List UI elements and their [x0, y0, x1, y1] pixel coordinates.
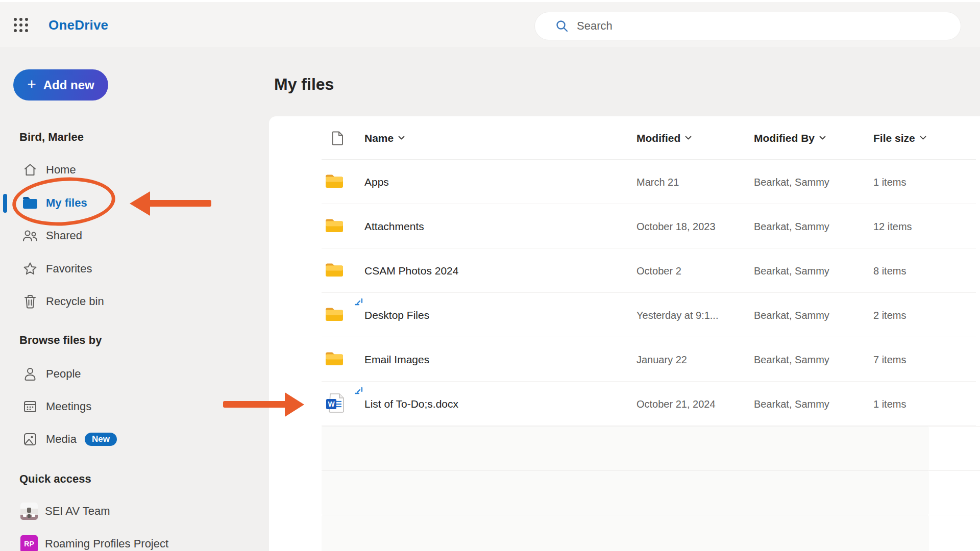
file-name: CSAM Photos 2024: [364, 265, 458, 277]
app-title: OneDrive: [48, 17, 108, 33]
file-name: List of To-Do;s.docx: [364, 398, 458, 410]
search-icon: [555, 19, 569, 33]
folder-icon: [324, 350, 345, 369]
plus-icon: +: [27, 77, 36, 92]
sidebar-item-my-files[interactable]: My files: [0, 191, 219, 215]
folder-icon: [324, 306, 345, 324]
modified-by: Bearkat, Sammy: [754, 176, 829, 188]
modified-by: Bearkat, Sammy: [754, 220, 829, 232]
sidebar-item-media[interactable]: Media New: [0, 427, 219, 452]
file-size: 12 items: [873, 220, 912, 232]
empty-row-placeholder: [269, 470, 980, 515]
column-header-modified[interactable]: Modified: [636, 132, 692, 144]
sidebar-item-label: Favorites: [46, 262, 92, 276]
sidebar-item-roaming-profiles-project[interactable]: RP Roaming Profiles Project: [0, 532, 219, 551]
modified-date: October 21, 2024: [636, 398, 716, 410]
waffle-icon: [12, 16, 30, 34]
page-title: My files: [274, 75, 334, 94]
folder-icon: [324, 173, 345, 191]
sidebar-item-label: Home: [46, 163, 76, 177]
files-panel: Name Modified Modified By File size: [269, 116, 980, 551]
sidebar-item-shared[interactable]: Shared: [0, 223, 219, 248]
svg-text:W: W: [328, 400, 335, 408]
new-badge: New: [85, 433, 117, 446]
quick-access-heading: Quick access: [19, 472, 91, 486]
word-icon: W: [324, 392, 347, 416]
modified-date: March 21: [636, 176, 679, 188]
table-row[interactable]: Apps March 21 Bearkat, Sammy 1 items: [269, 160, 980, 204]
sidebar-item-label: Media: [46, 433, 77, 446]
modified-date: October 18, 2023: [636, 220, 716, 232]
sidebar-item-label: Roaming Profiles Project: [45, 537, 168, 550]
star-icon: [21, 261, 39, 277]
file-name: Email Images: [364, 354, 429, 366]
user-name-heading: Bird, Marlee: [19, 131, 84, 144]
modified-date: January 22: [636, 354, 687, 365]
sidebar-item-label: Recycle bin: [46, 295, 104, 308]
sidebar-item-label: People: [46, 367, 81, 381]
modified-by: Bearkat, Sammy: [754, 309, 829, 321]
chevron-down-icon: [920, 136, 926, 140]
app-launcher-waffle-icon[interactable]: [11, 15, 31, 35]
person-icon: [21, 366, 39, 382]
add-new-button[interactable]: + Add new: [13, 69, 108, 101]
sidebar-item-favorites[interactable]: Favorites: [0, 257, 219, 281]
chevron-down-icon: [398, 136, 405, 140]
table-row[interactable]: Desktop Files Yesterday at 9:1... Bearka…: [269, 293, 980, 337]
modified-by: Bearkat, Sammy: [754, 354, 829, 365]
file-size: 8 items: [873, 265, 906, 277]
column-header-name[interactable]: Name: [364, 132, 405, 144]
file-size: 1 items: [873, 176, 906, 188]
file-name: Apps: [364, 176, 389, 188]
sidebar-item-label: Shared: [46, 229, 82, 242]
table-row[interactable]: Email Images January 22 Bearkat, Sammy 7…: [269, 337, 980, 382]
modified-by: Bearkat, Sammy: [754, 265, 829, 277]
search-input[interactable]: [577, 19, 924, 33]
table-row[interactable]: Attachments October 18, 2023 Bearkat, Sa…: [269, 204, 980, 248]
sidebar-item-sei-av-team[interactable]: SEI AV Team: [0, 499, 219, 523]
table-row[interactable]: W List of To-Do;s.docx October 21, 2024 …: [269, 382, 980, 426]
sidebar-item-people[interactable]: People: [0, 362, 219, 386]
folder-icon: [21, 195, 39, 211]
file-size: 1 items: [873, 398, 906, 410]
column-header-file-size[interactable]: File size: [873, 132, 926, 144]
chevron-down-icon: [685, 136, 692, 140]
onedrive-app: OneDrive + Add new Bird, Marlee Home My …: [0, 0, 980, 551]
table-header: Name Modified Modified By File size: [269, 116, 980, 160]
sidebar-item-meetings[interactable]: Meetings: [0, 394, 219, 419]
empty-row-placeholder: [269, 426, 980, 470]
empty-row-placeholder: [269, 515, 980, 551]
file-size: 2 items: [873, 309, 906, 321]
browse-files-by-heading: Browse files by: [19, 334, 102, 347]
site-initials-tile: RP: [20, 535, 38, 551]
site-thumbnail: [20, 503, 38, 520]
file-type-column-icon[interactable]: [331, 131, 345, 146]
trash-icon: [21, 293, 39, 310]
file-size: 7 items: [873, 354, 906, 365]
image-icon: [21, 431, 39, 447]
folder-icon: [324, 217, 345, 236]
file-name: Attachments: [364, 220, 424, 233]
table-row[interactable]: CSAM Photos 2024 October 2 Bearkat, Samm…: [269, 248, 980, 293]
home-icon: [21, 162, 39, 178]
add-new-label: Add new: [43, 78, 94, 92]
sidebar-item-recycle-bin[interactable]: Recycle bin: [0, 289, 219, 314]
calendar-icon: [21, 398, 39, 415]
modified-date: October 2: [636, 265, 681, 277]
sidebar-item-label: My files: [46, 196, 87, 210]
sidebar-item-label: SEI AV Team: [45, 505, 110, 518]
sidebar-item-home[interactable]: Home: [0, 158, 219, 182]
modified-by: Bearkat, Sammy: [754, 398, 829, 410]
sidebar-item-label: Meetings: [46, 400, 91, 413]
modified-date: Yesterday at 9:1...: [636, 309, 718, 321]
search-bar[interactable]: [535, 12, 961, 40]
chevron-down-icon: [819, 136, 826, 140]
people-icon: [21, 228, 39, 244]
top-bar: OneDrive: [0, 2, 980, 47]
folder-icon: [324, 262, 345, 280]
file-name: Desktop Files: [364, 309, 429, 321]
column-header-modified-by[interactable]: Modified By: [754, 132, 826, 144]
